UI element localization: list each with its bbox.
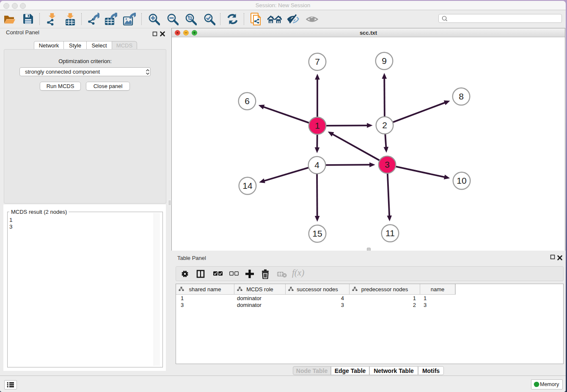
svg-text:8: 8 xyxy=(459,91,464,101)
svg-text:2: 2 xyxy=(382,120,387,130)
svg-text:14: 14 xyxy=(242,181,253,190)
svg-text:15: 15 xyxy=(312,229,322,238)
svg-text:1: 1 xyxy=(315,121,320,130)
svg-text:6: 6 xyxy=(245,96,250,106)
svg-text:11: 11 xyxy=(385,228,395,238)
svg-text:4: 4 xyxy=(314,160,319,170)
svg-text:7: 7 xyxy=(315,57,320,66)
svg-text:9: 9 xyxy=(382,56,387,66)
svg-text:10: 10 xyxy=(457,176,466,185)
svg-text:3: 3 xyxy=(385,160,390,169)
